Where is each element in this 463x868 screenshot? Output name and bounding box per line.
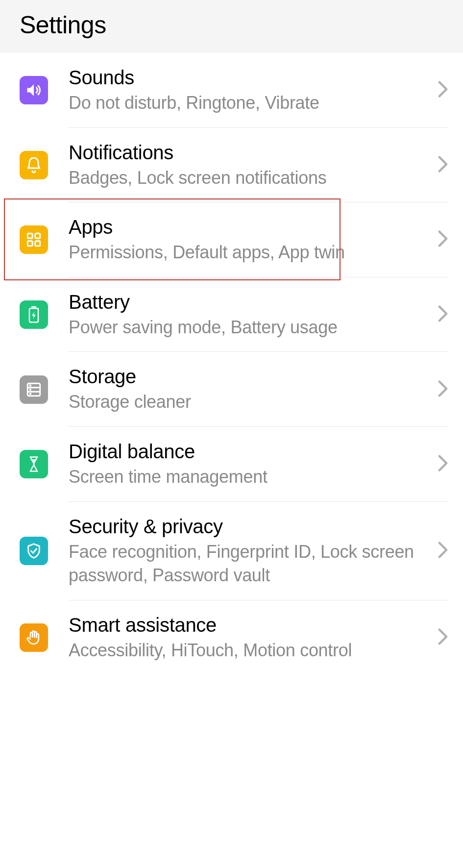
settings-item-title: Battery [69,290,431,314]
settings-item-smart-assistance[interactable]: Smart assistanceAccessibility, HiTouch, … [0,600,463,675]
battery-icon [20,300,48,329]
settings-item-battery[interactable]: BatteryPower saving mode, Battery usage [0,277,463,352]
chevron-right-icon [438,155,448,175]
svg-rect-4 [35,241,40,246]
svg-rect-1 [27,234,32,239]
settings-item-subtitle: Permissions, Default apps, App twin [69,241,431,265]
settings-item-subtitle: Badges, Lock screen notifications [69,166,431,190]
settings-item-notifications[interactable]: NotificationsBadges, Lock screen notific… [0,128,463,203]
settings-item-title: Sounds [69,66,431,89]
settings-item-storage[interactable]: StorageStorage cleaner [0,352,463,427]
settings-item-text: AppsPermissions, Default apps, App twin [69,215,431,265]
settings-item-digital-balance[interactable]: Digital balanceScreen time management [0,427,463,502]
settings-item-sounds[interactable]: SoundsDo not disturb, Ringtone, Vibrate [0,53,463,128]
svg-point-13 [30,393,31,394]
grid-icon [20,225,48,254]
settings-item-text: Digital balanceScreen time management [69,440,431,489]
header: Settings [0,0,463,53]
svg-point-12 [30,389,31,390]
svg-marker-7 [32,312,36,319]
settings-item-title: Apps [69,215,431,239]
chevron-right-icon [438,380,448,399]
settings-item-title: Digital balance [69,440,431,463]
settings-item-subtitle: Face recognition, Fingerprint ID, Lock s… [69,540,431,588]
chevron-right-icon [438,305,448,324]
svg-rect-3 [27,241,32,246]
bell-icon [20,151,48,179]
chevron-right-icon [438,80,448,100]
settings-list: SoundsDo not disturb, Ringtone, VibrateN… [0,53,463,675]
settings-item-title: Notifications [69,141,431,164]
settings-item-subtitle: Do not disturb, Ringtone, Vibrate [69,91,431,115]
svg-rect-2 [35,234,40,239]
chevron-right-icon [438,454,448,474]
settings-item-text: BatteryPower saving mode, Battery usage [69,290,431,340]
hourglass-icon [20,450,48,478]
settings-item-title: Smart assistance [69,613,431,637]
page-title: Settings [20,11,443,39]
storage-icon [20,375,48,404]
settings-item-subtitle: Screen time management [69,465,431,489]
speaker-icon [20,76,48,104]
settings-item-text: SoundsDo not disturb, Ringtone, Vibrate [69,66,431,115]
svg-marker-0 [27,84,34,96]
chevron-right-icon [438,628,448,647]
hand-icon [20,623,48,652]
settings-item-apps[interactable]: AppsPermissions, Default apps, App twin [0,202,463,277]
chevron-right-icon [438,230,448,249]
shield-icon [20,537,48,565]
settings-item-text: Security & privacyFace recognition, Fing… [69,515,431,588]
settings-item-subtitle: Power saving mode, Battery usage [69,316,431,340]
settings-item-security-privacy[interactable]: Security & privacyFace recognition, Fing… [0,502,463,600]
settings-item-text: Smart assistanceAccessibility, HiTouch, … [69,613,431,663]
settings-item-text: StorageStorage cleaner [69,365,431,414]
settings-item-subtitle: Accessibility, HiTouch, Motion control [69,639,431,663]
settings-item-title: Storage [69,365,431,388]
chevron-right-icon [438,541,448,561]
settings-item-subtitle: Storage cleaner [69,390,431,414]
settings-item-title: Security & privacy [69,515,431,538]
svg-point-11 [30,385,31,386]
settings-item-text: NotificationsBadges, Lock screen notific… [69,141,431,190]
